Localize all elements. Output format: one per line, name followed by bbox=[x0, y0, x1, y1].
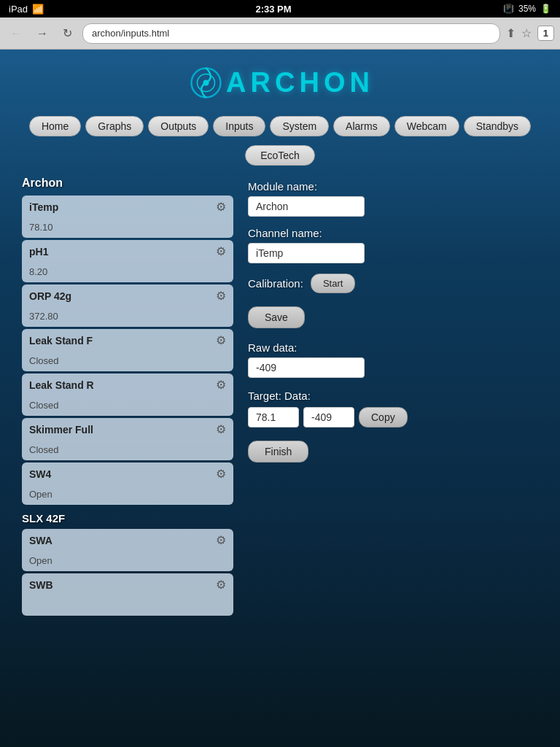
input-row-swa: SWA ⚙ bbox=[22, 529, 233, 552]
input-value-swa: Open bbox=[22, 552, 233, 571]
gear-icon-ph1[interactable]: ⚙ bbox=[216, 244, 226, 258]
gear-icon-itemp[interactable]: ⚙ bbox=[216, 200, 226, 214]
raw-data-input[interactable] bbox=[248, 357, 365, 378]
status-left: iPad 📶 bbox=[9, 4, 44, 15]
input-name-orp: ORP 42g bbox=[29, 290, 71, 302]
input-group-sw4: SW4 ⚙ Open bbox=[22, 462, 233, 505]
input-row-sw4: SW4 ⚙ bbox=[22, 462, 233, 486]
page-background: ARCHON Home Graphs Outputs Inputs System… bbox=[0, 50, 560, 747]
module-name-label: Module name: bbox=[248, 180, 538, 193]
gear-icon-swa[interactable]: ⚙ bbox=[216, 533, 226, 547]
gear-icon-leakr[interactable]: ⚙ bbox=[216, 378, 226, 392]
carrier-label: iPad bbox=[9, 4, 28, 15]
nav-inputs[interactable]: Inputs bbox=[213, 116, 265, 136]
copy-button[interactable]: Copy bbox=[359, 407, 408, 427]
input-value-leakr: Closed bbox=[22, 397, 233, 416]
input-value-sw4: Open bbox=[22, 486, 233, 505]
input-value-itemp: 78.10 bbox=[22, 219, 233, 238]
address-input[interactable] bbox=[82, 23, 500, 44]
right-panel: Module name: Channel name: Calibration: … bbox=[248, 177, 538, 618]
input-row-swb: SWB ⚙ bbox=[22, 573, 233, 597]
address-bar: ← → ↻ ⬆ ☆ 1 bbox=[0, 18, 560, 50]
input-group-leakr: Leak Stand R ⚙ Closed bbox=[22, 374, 233, 416]
archon-title: Archon bbox=[22, 177, 233, 190]
nav-ecotech[interactable]: EcoTech bbox=[245, 145, 315, 166]
back-button[interactable]: ← bbox=[6, 26, 26, 42]
share-icon: ⬆ bbox=[506, 26, 516, 40]
nav-alarms[interactable]: Alarms bbox=[333, 116, 390, 136]
input-name-ph1: pH1 bbox=[29, 246, 48, 258]
status-time: 2:33 PM bbox=[255, 4, 291, 15]
calibration-label: Calibration: bbox=[248, 277, 303, 290]
input-name-sw4: SW4 bbox=[29, 468, 51, 480]
nav-webcam[interactable]: Webcam bbox=[394, 116, 459, 136]
module-name-input[interactable] bbox=[248, 196, 365, 217]
left-panel: Archon iTemp ⚙ 78.10 pH1 ⚙ 8.20 bbox=[22, 177, 233, 618]
calibration-row: Calibration: Start bbox=[248, 274, 538, 293]
input-name-skimmer: Skimmer Full bbox=[29, 424, 93, 436]
nav-graphs[interactable]: Graphs bbox=[85, 116, 144, 136]
status-bar: iPad 📶 2:33 PM 📳 35% 🔋 bbox=[0, 0, 560, 18]
nav-system[interactable]: System bbox=[270, 116, 329, 136]
nav-outputs[interactable]: Outputs bbox=[148, 116, 209, 136]
wifi-icon: 📶 bbox=[32, 4, 44, 15]
input-name-itemp: iTemp bbox=[29, 201, 58, 213]
input-value-orp: 372.80 bbox=[22, 308, 233, 327]
input-row-orp: ORP 42g ⚙ bbox=[22, 285, 233, 308]
input-value-swb bbox=[22, 597, 233, 616]
input-value-ph1: 8.20 bbox=[22, 263, 233, 282]
logo-symbol-icon bbox=[186, 63, 226, 103]
input-group-skimmer: Skimmer Full ⚙ Closed bbox=[22, 418, 233, 460]
battery-icon: 🔋 bbox=[540, 4, 551, 14]
input-group-orp: ORP 42g ⚙ 372.80 bbox=[22, 285, 233, 327]
input-name-swa: SWA bbox=[29, 535, 52, 546]
input-row-skimmer: Skimmer Full ⚙ bbox=[22, 418, 233, 441]
input-name-swb: SWB bbox=[29, 579, 53, 591]
target-value-input[interactable] bbox=[248, 407, 299, 427]
gear-icon-skimmer[interactable]: ⚙ bbox=[216, 422, 226, 436]
input-row-itemp: iTemp ⚙ bbox=[22, 196, 233, 219]
raw-data-label: Raw data: bbox=[248, 341, 538, 354]
input-row-leakf: Leak Stand F ⚙ bbox=[22, 329, 233, 352]
gear-icon-swb[interactable]: ⚙ bbox=[216, 578, 226, 592]
slx-title: SLX 42F bbox=[22, 512, 233, 525]
bookmark-icon: ☆ bbox=[521, 26, 532, 40]
nav-bar: Home Graphs Outputs Inputs System Alarms… bbox=[0, 110, 560, 142]
gear-icon-orp[interactable]: ⚙ bbox=[216, 289, 226, 303]
input-row-leakr: Leak Stand R ⚙ bbox=[22, 374, 233, 397]
input-row-ph1: pH1 ⚙ bbox=[22, 240, 233, 263]
target-data-label: Target: Data: bbox=[248, 390, 538, 402]
nav-home[interactable]: Home bbox=[29, 116, 81, 136]
channel-name-label: Channel name: bbox=[248, 227, 538, 239]
gear-icon-leakf[interactable]: ⚙ bbox=[216, 333, 226, 347]
input-value-leakf: Closed bbox=[22, 352, 233, 371]
input-group-swb: SWB ⚙ bbox=[22, 573, 233, 616]
target-row: Copy bbox=[248, 407, 538, 427]
input-group-swa: SWA ⚙ Open bbox=[22, 529, 233, 571]
data-value-input[interactable] bbox=[303, 407, 354, 427]
channel-name-input[interactable] bbox=[248, 243, 365, 263]
input-group-ph1: pH1 ⚙ 8.20 bbox=[22, 240, 233, 282]
input-name-leakf: Leak Stand F bbox=[29, 335, 93, 347]
bluetooth-icon: 📳 bbox=[503, 4, 514, 14]
start-button[interactable]: Start bbox=[311, 274, 355, 293]
svg-point-2 bbox=[203, 80, 209, 86]
status-right: 📳 35% 🔋 bbox=[503, 4, 551, 14]
input-value-skimmer: Closed bbox=[22, 441, 233, 460]
logo-text: ARCHON bbox=[226, 67, 374, 98]
input-group-itemp: iTemp ⚙ 78.10 bbox=[22, 196, 233, 238]
main-content: Archon iTemp ⚙ 78.10 pH1 ⚙ 8.20 bbox=[0, 169, 560, 625]
finish-button[interactable]: Finish bbox=[248, 441, 308, 462]
reload-button[interactable]: ↻ bbox=[58, 25, 77, 42]
save-button[interactable]: Save bbox=[248, 306, 305, 328]
input-name-leakr: Leak Stand R bbox=[29, 379, 94, 391]
gear-icon-sw4[interactable]: ⚙ bbox=[216, 467, 226, 481]
input-group-leakf: Leak Stand F ⚙ Closed bbox=[22, 329, 233, 371]
nav-standbys[interactable]: Standbys bbox=[464, 116, 531, 136]
forward-button[interactable]: → bbox=[32, 26, 52, 42]
tab-count[interactable]: 1 bbox=[537, 26, 554, 41]
battery-label: 35% bbox=[518, 4, 536, 14]
ecotech-bar: EcoTech bbox=[0, 145, 560, 166]
target-section: Target: Data: Copy bbox=[248, 390, 538, 427]
header-logo: ARCHON bbox=[0, 50, 560, 110]
